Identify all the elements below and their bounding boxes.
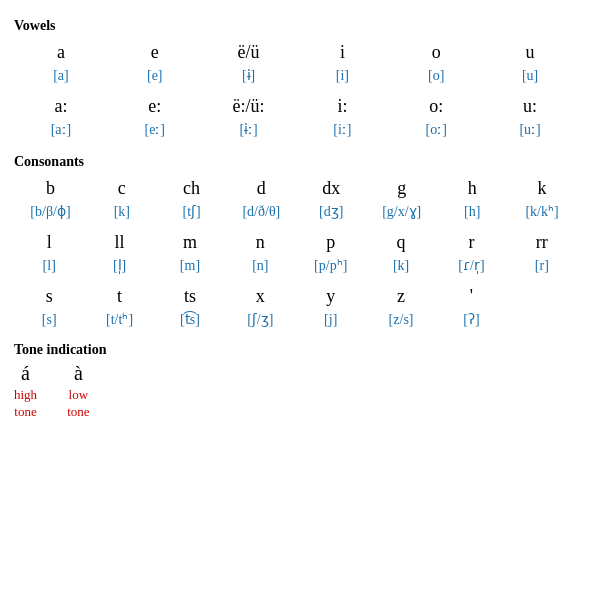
cons-empty bbox=[507, 280, 577, 309]
high-tone-item: á hightone bbox=[14, 362, 37, 421]
vowel-long-ipa-row: [aː] [eː] [ɨː] [iː] [oː] [uː] bbox=[14, 119, 577, 144]
cons-b: b bbox=[14, 172, 87, 201]
ipa-ch: [tʃ] bbox=[157, 201, 227, 226]
ipa-ulong: [uː] bbox=[483, 119, 577, 144]
ipa-ilong: [iː] bbox=[295, 119, 389, 144]
ipa-olong: [oː] bbox=[389, 119, 483, 144]
cons-h: h bbox=[437, 172, 507, 201]
vowel-short-ipa-row: [a] [e] [ɨ] [i] [o] [u] bbox=[14, 65, 577, 90]
cons-d: d bbox=[226, 172, 296, 201]
high-tone-label: hightone bbox=[14, 387, 37, 421]
vowel-olong: o: bbox=[389, 90, 483, 119]
vowel-a: a bbox=[14, 36, 108, 65]
cons-k: k bbox=[507, 172, 577, 201]
ipa-a: [a] bbox=[14, 65, 108, 90]
low-tone-char: à bbox=[74, 362, 83, 385]
cons-q: q bbox=[366, 226, 436, 255]
ipa-r: [ɾ/r̩] bbox=[436, 255, 506, 280]
ipa-o: [o] bbox=[389, 65, 483, 90]
vowels-section: Vowels a e ë/ü i o u [a] [e] [ɨ] [i] [o]… bbox=[14, 18, 577, 144]
vowels-table: a e ë/ü i o u [a] [e] [ɨ] [i] [o] [u] a:… bbox=[14, 36, 577, 144]
vowel-short-letters-row: a e ë/ü i o u bbox=[14, 36, 577, 65]
ipa-h: [h] bbox=[437, 201, 507, 226]
ipa-g: [g/x/ɣ] bbox=[366, 201, 437, 226]
ipa-c: [k] bbox=[87, 201, 157, 226]
ipa-e: [e] bbox=[108, 65, 202, 90]
cons-n: n bbox=[225, 226, 295, 255]
vowel-elong: e: bbox=[108, 90, 202, 119]
ipa-ll: [l̩] bbox=[84, 255, 154, 280]
ipa-eu: [ɨ] bbox=[202, 65, 296, 90]
ipa-x: [ʃ/ʒ] bbox=[225, 309, 295, 334]
ipa-rr: [r] bbox=[507, 255, 577, 280]
consonants-title: Consonants bbox=[14, 154, 577, 170]
ipa-b: [b/β/ɸ] bbox=[14, 201, 87, 226]
cons-z: z bbox=[366, 280, 436, 309]
ipa-k: [k/kʰ] bbox=[507, 201, 577, 226]
consonants-table-2: l ll m n p q r rr [l] [l̩] [m] [n] [p/pʰ… bbox=[14, 226, 577, 280]
tone-section: Tone indication á hightone à lowtone bbox=[14, 342, 577, 421]
consonant-row3-ipa: [s] [t/tʰ] [t͡s] [ʃ/ʒ] [j] [z/s] [ʔ] bbox=[14, 309, 577, 334]
tone-title: Tone indication bbox=[14, 342, 577, 358]
vowel-e: e bbox=[108, 36, 202, 65]
cons-l: l bbox=[14, 226, 84, 255]
ipa-q: [k] bbox=[366, 255, 436, 280]
ipa-m: [m] bbox=[155, 255, 225, 280]
consonant-row1-letters: b c ch d dx g h k bbox=[14, 172, 577, 201]
ipa-s: [s] bbox=[14, 309, 84, 334]
ipa-empty bbox=[507, 309, 577, 334]
cons-p: p bbox=[296, 226, 366, 255]
consonant-row2-letters: l ll m n p q r rr bbox=[14, 226, 577, 255]
ipa-n: [n] bbox=[225, 255, 295, 280]
cons-y: y bbox=[296, 280, 366, 309]
ipa-elong: [eː] bbox=[108, 119, 202, 144]
cons-s: s bbox=[14, 280, 84, 309]
consonant-row1-ipa: [b/β/ɸ] [k] [tʃ] [d/ð/θ] [dʒ] [g/x/ɣ] [h… bbox=[14, 201, 577, 226]
cons-x: x bbox=[225, 280, 295, 309]
vowel-ulong: u: bbox=[483, 90, 577, 119]
vowels-title: Vowels bbox=[14, 18, 577, 34]
consonants-table-3: s t ts x y z ' [s] [t/tʰ] [t͡s] [ʃ/ʒ] [j… bbox=[14, 280, 577, 334]
cons-rr: rr bbox=[507, 226, 577, 255]
ipa-ts: [t͡s] bbox=[155, 309, 225, 334]
low-tone-label: lowtone bbox=[67, 387, 89, 421]
cons-c: c bbox=[87, 172, 157, 201]
ipa-l: [l] bbox=[14, 255, 84, 280]
consonants-table-1: b c ch d dx g h k [b/β/ɸ] [k] [tʃ] [d/ð/… bbox=[14, 172, 577, 226]
cons-ch: ch bbox=[157, 172, 227, 201]
ipa-dx: [dʒ] bbox=[296, 201, 366, 226]
ipa-p: [p/pʰ] bbox=[296, 255, 366, 280]
vowel-eu: ë/ü bbox=[202, 36, 296, 65]
ipa-along: [aː] bbox=[14, 119, 108, 144]
cons-ll: ll bbox=[84, 226, 154, 255]
ipa-t: [t/tʰ] bbox=[84, 309, 154, 334]
tone-row: á hightone à lowtone bbox=[14, 362, 577, 421]
consonants-section: Consonants b c ch d dx g h k [b/β/ɸ] [k]… bbox=[14, 154, 577, 334]
low-tone-item: à lowtone bbox=[67, 362, 89, 421]
consonant-row2-ipa: [l] [l̩] [m] [n] [p/pʰ] [k] [ɾ/r̩] [r] bbox=[14, 255, 577, 280]
cons-r: r bbox=[436, 226, 506, 255]
cons-m: m bbox=[155, 226, 225, 255]
cons-glottal: ' bbox=[436, 280, 506, 309]
ipa-u: [u] bbox=[483, 65, 577, 90]
ipa-glottal: [ʔ] bbox=[436, 309, 506, 334]
vowel-ilong: i: bbox=[295, 90, 389, 119]
cons-ts: ts bbox=[155, 280, 225, 309]
vowel-eulong: ë:/ü: bbox=[202, 90, 296, 119]
ipa-z: [z/s] bbox=[366, 309, 436, 334]
cons-g: g bbox=[366, 172, 437, 201]
high-tone-char: á bbox=[21, 362, 30, 385]
cons-dx: dx bbox=[296, 172, 366, 201]
vowel-long-letters-row: a: e: ë:/ü: i: o: u: bbox=[14, 90, 577, 119]
vowel-i: i bbox=[295, 36, 389, 65]
vowel-u: u bbox=[483, 36, 577, 65]
cons-t: t bbox=[84, 280, 154, 309]
ipa-eulong: [ɨː] bbox=[202, 119, 296, 144]
ipa-d: [d/ð/θ] bbox=[226, 201, 296, 226]
vowel-along: a: bbox=[14, 90, 108, 119]
consonant-row3-letters: s t ts x y z ' bbox=[14, 280, 577, 309]
vowel-o: o bbox=[389, 36, 483, 65]
ipa-y: [j] bbox=[296, 309, 366, 334]
ipa-i: [i] bbox=[295, 65, 389, 90]
